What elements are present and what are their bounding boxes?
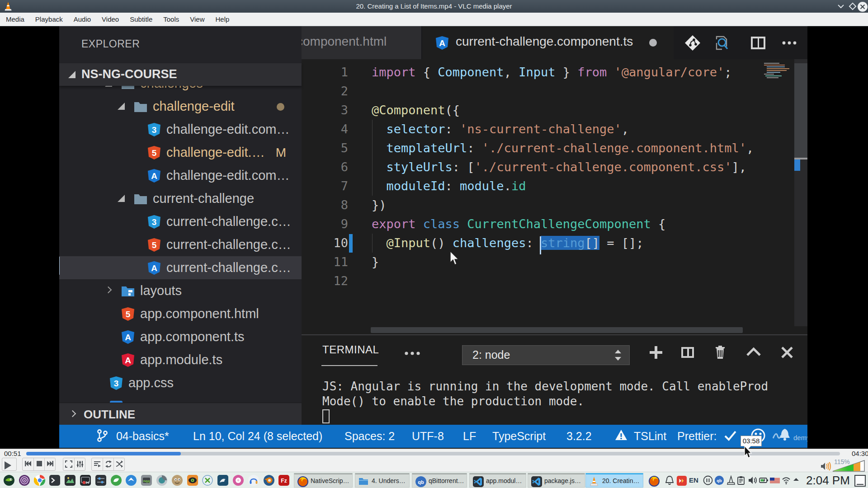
tree-item-app.component.ts[interactable]: Aapp.component.ts <box>59 325 302 348</box>
playlist-button[interactable] <box>92 458 103 470</box>
tree-item-layouts[interactable]: layouts <box>59 279 302 302</box>
show-desktop-button[interactable] <box>854 475 866 487</box>
launcher-blender-icon[interactable] <box>263 474 275 486</box>
launcher-gimp-icon[interactable] <box>171 474 183 486</box>
minimap[interactable] <box>764 63 794 78</box>
random-button[interactable] <box>113 458 124 470</box>
tree-item-challenge-edit[interactable]: challenge-edit <box>59 95 302 118</box>
horizontal-scrollbar[interactable] <box>302 326 807 334</box>
tree-item-current-challenge.component.ts[interactable]: Acurrent-challenge.component.ts <box>59 256 302 279</box>
close-panel-icon[interactable] <box>779 344 795 361</box>
task-button-4-understan[interactable]: 4. Understan... <box>355 473 410 488</box>
code-line-6[interactable]: styleUrls: ['./current-challenge.compone… <box>372 158 746 177</box>
maximize-panel-icon[interactable] <box>745 344 762 361</box>
fullscreen-button[interactable] <box>63 458 74 470</box>
tray-qbittorrent-icon[interactable]: qb <box>714 475 724 485</box>
tray-firefox-icon[interactable] <box>648 475 658 485</box>
video-stage[interactable]: EXPLORER challenges challenge-edit 3chal… <box>0 26 868 449</box>
next-button[interactable] <box>44 458 55 470</box>
task-button-nativescript[interactable]: NativeScript ... <box>294 473 353 488</box>
task-button-qbittorrent-v[interactable]: qbqBittorrent v... <box>412 473 467 488</box>
eol-item[interactable]: LF <box>463 425 476 448</box>
code-line-4[interactable]: selector: 'ns-current-challenge', <box>372 120 629 139</box>
code-editor[interactable]: 123456789101112 import { Component, Inpu… <box>302 59 807 334</box>
menu-playback[interactable]: Playback <box>30 13 68 26</box>
git-branch-item[interactable]: 04-basics* <box>95 425 169 448</box>
terminal-more-icon[interactable] <box>403 344 423 358</box>
launcher-konsole-icon[interactable] <box>49 474 61 486</box>
launcher-notepadqq-icon[interactable]: nqq <box>141 474 152 486</box>
previous-button[interactable] <box>23 458 33 470</box>
menu-media[interactable]: Media <box>0 13 30 26</box>
launcher-blue-app-icon[interactable] <box>125 474 137 486</box>
tab-component-html[interactable]: component.html <box>302 26 422 59</box>
tray-clipboard-icon[interactable] <box>736 475 746 485</box>
code-line-1[interactable]: import { Component, Input } from '@angul… <box>372 63 732 82</box>
terminal-panel[interactable]: TERMINAL 2: node <box>302 334 807 425</box>
menu-tools[interactable]: Tools <box>158 13 184 26</box>
launcher-photos-icon[interactable] <box>64 474 76 486</box>
extended-settings-button[interactable] <box>74 458 85 470</box>
launcher-tweaks-icon[interactable] <box>95 474 107 486</box>
outline-section-header[interactable]: OUTLINE <box>59 403 302 425</box>
terminal-select[interactable]: 2: node <box>462 345 630 365</box>
launcher-pink-app-icon[interactable] <box>232 474 244 486</box>
tree-item-challenge-edit.component.css[interactable]: 3challenge-edit.component.css <box>59 118 302 141</box>
unsaved-dot-icon[interactable] <box>649 39 657 47</box>
code-line-3[interactable]: @Component({ <box>372 101 460 120</box>
stop-button[interactable] <box>33 458 44 470</box>
git-compare-icon[interactable] <box>683 33 703 53</box>
minimize-button[interactable] <box>836 1 846 11</box>
tray-chevron-up-icon[interactable] <box>792 475 802 485</box>
tree-item-app.component.html[interactable]: 5app.component.html <box>59 302 302 325</box>
task-button-20-creating[interactable]: 20. Creating ... <box>585 473 643 488</box>
tree-item-app.css[interactable]: 3app.css <box>59 371 302 394</box>
tree-item-challenge-edit.component.html[interactable]: 5challenge-edit.component.htmlM <box>59 141 302 164</box>
indentation-item[interactable]: Spaces: 2 <box>344 425 395 448</box>
tray-volume-icon[interactable] <box>748 475 758 485</box>
tree-item-challenge-edit.component.ts[interactable]: Achallenge-edit.component.ts <box>59 164 302 187</box>
split-editor-icon[interactable] <box>748 33 768 53</box>
menu-help[interactable]: Help <box>210 13 235 26</box>
play-button[interactable] <box>2 458 13 470</box>
close-button[interactable] <box>857 1 867 11</box>
tray-us-flag-icon[interactable] <box>769 475 779 485</box>
task-button-app-module[interactable]: app.module.... <box>469 473 526 488</box>
tree-item-current-challenge.component.css[interactable]: 3current-challenge.component.css <box>59 210 302 233</box>
prettier-item[interactable]: Prettier: <box>677 425 737 448</box>
new-terminal-icon[interactable] <box>648 344 664 361</box>
tab-current-challenge-component-ts[interactable]: A current-challenge.component.ts <box>422 26 674 59</box>
launcher-lens-icon[interactable] <box>156 474 168 486</box>
tray-vlc-cone-icon[interactable] <box>726 475 736 485</box>
launcher-mysql-icon[interactable] <box>217 474 229 486</box>
taskbar-clock[interactable]: 2:04 PM <box>806 474 856 487</box>
launcher-eye-app-icon[interactable] <box>187 474 198 486</box>
menu-view[interactable]: View <box>184 13 210 26</box>
code-line-8[interactable]: }) <box>372 196 387 215</box>
menu-audio[interactable]: Audio <box>68 13 96 26</box>
tslint-item[interactable]: TSLint <box>614 425 666 448</box>
launcher-tor-icon[interactable] <box>19 474 30 486</box>
ts-version-item[interactable]: 3.2.2 <box>566 425 592 448</box>
maximize-button[interactable] <box>848 1 858 11</box>
split-terminal-icon[interactable] <box>679 344 696 361</box>
terminal-tab[interactable]: TERMINAL <box>322 343 379 356</box>
launcher-filezilla-icon[interactable]: Fz <box>278 474 290 486</box>
more-actions-icon[interactable] <box>779 33 799 53</box>
launcher-green-app-icon[interactable] <box>110 474 122 486</box>
code-line-7[interactable]: moduleId: module.id <box>372 177 526 196</box>
tree-item-current-challenge.component.html[interactable]: 5current-challenge.component.html <box>59 233 302 256</box>
open-preview-icon[interactable] <box>712 33 732 53</box>
tray-pause-icon[interactable] <box>703 475 713 485</box>
tray-red-app-icon[interactable] <box>676 475 686 485</box>
menu-subtitle[interactable]: Subtitle <box>124 13 158 26</box>
hscrollbar-slider[interactable] <box>371 327 743 333</box>
tree-item-current-challenge[interactable]: current-challenge <box>59 187 302 210</box>
kill-terminal-icon[interactable] <box>712 344 728 361</box>
tray-battery-icon[interactable] <box>759 475 769 485</box>
launcher-x2go-icon[interactable] <box>202 474 213 486</box>
seek-slider[interactable] <box>26 452 840 455</box>
tray-keyboard-layout-icon[interactable]: EN <box>689 475 699 485</box>
launcher-recorder-icon[interactable] <box>80 474 91 486</box>
launcher-chrome-icon[interactable] <box>34 474 46 486</box>
